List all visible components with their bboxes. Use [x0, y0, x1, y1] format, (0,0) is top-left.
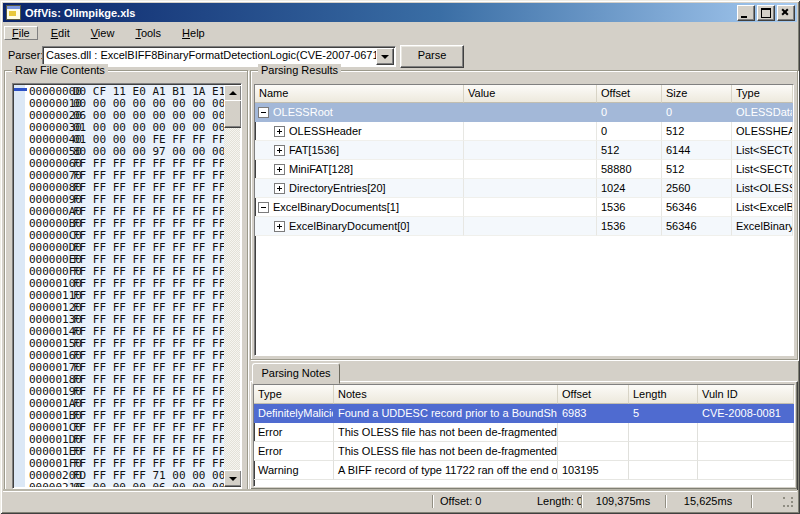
menu-view[interactable]: View: [83, 26, 123, 40]
node-name: ExcelBinaryDocuments[1]: [273, 201, 399, 213]
close-button[interactable]: [777, 5, 795, 21]
note-type: Warning: [254, 461, 334, 480]
parse-button[interactable]: Parse: [400, 45, 464, 68]
hex-row[interactable]: 00000210 05 00 00 00 06 00 00 00: [14, 482, 224, 487]
column-header-value[interactable]: Value: [464, 85, 597, 103]
note-offset: [558, 442, 629, 461]
expander-icon[interactable]: [258, 202, 269, 213]
menu-help[interactable]: Help: [174, 26, 213, 40]
hex-viewer[interactable]: 00000000 D0 CF 11 E0 A1 B1 1A E1 0000001…: [12, 83, 242, 489]
status-parse-time: 109,375ms: [581, 495, 665, 508]
note-vuln-id: CVE-2008-0081: [698, 404, 794, 423]
maximize-button[interactable]: [757, 5, 775, 21]
node-value: [464, 103, 597, 122]
note-row[interactable]: Error This OLESS file has not been de-fr…: [254, 442, 794, 461]
node-name: OLESSHeader: [289, 125, 362, 137]
menu-edit[interactable]: Edit: [43, 26, 78, 40]
results-row[interactable]: DirectoryEntries[20] 1024 2560 List<OLES…: [255, 179, 793, 198]
minimize-button[interactable]: [737, 5, 755, 21]
expander-icon[interactable]: [274, 221, 285, 232]
title-bar[interactable]: OffVis: Olimpikge.xls: [3, 3, 797, 22]
node-offset: 512: [597, 141, 662, 160]
node-name: MiniFAT[128]: [289, 163, 353, 175]
node-value: [464, 217, 597, 236]
results-row[interactable]: ExcelBinaryDocument[0] 1536 56346 ExcelB…: [255, 217, 793, 236]
note-row[interactable]: DefinitelyMalicious Found a UDDESC recor…: [254, 404, 794, 423]
node-type: OLESSData...: [732, 103, 793, 122]
notes-rows: DefinitelyMalicious Found a UDDESC recor…: [254, 404, 794, 480]
column-header-type[interactable]: Type: [254, 385, 334, 404]
node-type: ExcelBinary...: [732, 217, 793, 236]
note-row[interactable]: Error This OLESS file has not been de-fr…: [254, 423, 794, 442]
expander-icon[interactable]: [274, 145, 285, 156]
results-row[interactable]: FAT[1536] 512 6144 List<SECTO...: [255, 141, 793, 160]
node-offset: 0: [597, 103, 662, 122]
node-type: List<SECTO...: [732, 160, 793, 179]
app-icon[interactable]: [6, 5, 21, 20]
maximize-icon: [761, 8, 771, 18]
node-offset: 1536: [597, 198, 662, 217]
results-row[interactable]: ExcelBinaryDocuments[1] 1536 56346 List<…: [255, 198, 793, 217]
node-size: 6144: [662, 141, 732, 160]
node-size: 0: [662, 103, 732, 122]
arrow-down-icon: [229, 477, 237, 481]
raw-file-contents-title: Raw File Contents: [12, 64, 108, 76]
node-value: [464, 198, 597, 217]
parser-label: Parser:: [8, 49, 43, 61]
column-header-offset[interactable]: Offset: [597, 85, 662, 103]
scroll-down-button[interactable]: [224, 470, 242, 487]
column-header-size[interactable]: Size: [662, 85, 732, 103]
note-offset: 6983: [558, 404, 629, 423]
expander-icon[interactable]: [274, 183, 285, 194]
note-length: [629, 442, 698, 461]
note-row[interactable]: Warning A BIFF record of type 11722 ran …: [254, 461, 794, 480]
status-offset: Offset: 0: [440, 495, 481, 508]
column-header-offset[interactable]: Offset: [558, 385, 629, 404]
node-size: 512: [662, 160, 732, 179]
menu-bar: File Edit View Tools Help: [4, 24, 796, 42]
note-length: [629, 461, 698, 480]
parsing-results-table: Name Value Offset Size Type OLESSRoot 0 …: [254, 84, 794, 356]
scrollbar-thumb[interactable]: [224, 100, 242, 128]
note-type: DefinitelyMalicious: [254, 404, 334, 423]
parser-selected-value: Cases.dll : ExcelBIFF8BinaryFormatDetect…: [46, 49, 377, 61]
expander-icon[interactable]: [274, 164, 285, 175]
node-value: [464, 122, 597, 141]
parsing-results-title: Parsing Results: [258, 64, 341, 76]
note-vuln-id: [698, 423, 794, 442]
tab-parsing-notes[interactable]: Parsing Notes: [252, 363, 340, 384]
resize-grip[interactable]: [783, 497, 795, 509]
status-render-time: 15,625ms: [665, 495, 751, 508]
hex-dump[interactable]: 00000000 D0 CF 11 E0 A1 B1 1A E1 0000001…: [14, 86, 224, 487]
note-length: 5: [629, 404, 698, 423]
node-offset: 0: [597, 122, 662, 141]
menu-tools[interactable]: Tools: [127, 26, 169, 40]
results-row[interactable]: OLESSRoot 0 0 OLESSData...: [255, 103, 793, 122]
column-header-length[interactable]: Length: [629, 385, 698, 404]
note-text: This OLESS file has not been de-fragment…: [334, 423, 558, 442]
node-offset: 1024: [597, 179, 662, 198]
note-text: A BIFF record of type 11722 ran off the …: [334, 461, 558, 480]
note-vuln-id: [698, 442, 794, 461]
results-row[interactable]: OLESSHeader 0 512 OLESSHEA...: [255, 122, 793, 141]
column-header-name[interactable]: Name: [255, 85, 464, 103]
expander-icon[interactable]: [274, 126, 285, 137]
column-header-type[interactable]: Type: [732, 85, 793, 103]
app-window: OffVis: Olimpikge.xls File Edit View Too…: [0, 0, 800, 514]
note-type: Error: [254, 442, 334, 461]
hex-scrollbar[interactable]: [224, 85, 240, 487]
menu-file[interactable]: File: [4, 26, 38, 40]
minimize-icon: [741, 16, 747, 18]
arrow-up-icon: [229, 91, 237, 95]
node-size: 2560: [662, 179, 732, 198]
column-header-vuln-id[interactable]: Vuln ID: [698, 385, 794, 404]
expander-icon[interactable]: [258, 107, 269, 118]
window-title: OffVis: Olimpikge.xls: [25, 7, 135, 19]
parser-dropdown-button[interactable]: [376, 48, 394, 65]
results-rows: OLESSRoot 0 0 OLESSData... OLESSHeader 0…: [255, 103, 793, 236]
note-type: Error: [254, 423, 334, 442]
node-offset: 58880: [597, 160, 662, 179]
results-row[interactable]: MiniFAT[128] 58880 512 List<SECTO...: [255, 160, 793, 179]
column-header-notes[interactable]: Notes: [334, 385, 558, 404]
node-type: List<ExcelBi...: [732, 198, 793, 217]
